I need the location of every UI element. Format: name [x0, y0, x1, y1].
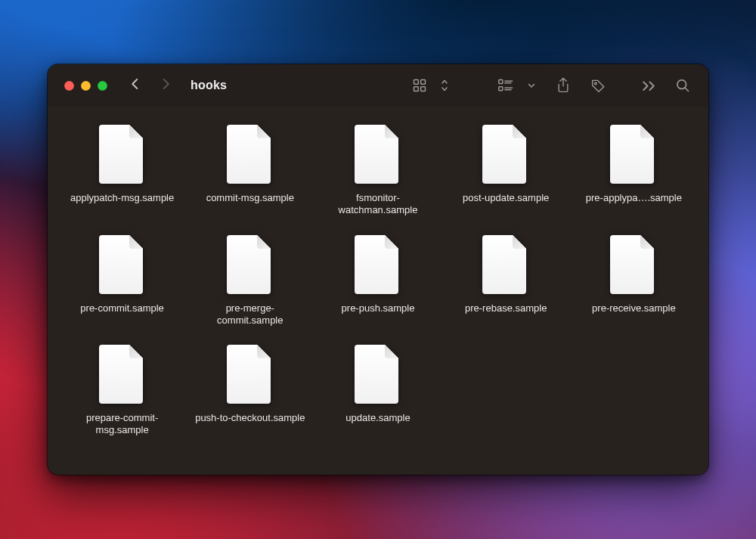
file-label: fsmonitor-watchman.sample — [321, 192, 434, 217]
file-label: post-update.sample — [463, 192, 549, 204]
svg-rect-2 — [414, 87, 419, 91]
file-icon — [609, 234, 658, 296]
file-label: pre-receive.sample — [592, 302, 676, 314]
file-label: push-to-checkout.sample — [195, 412, 305, 424]
window-controls — [64, 81, 107, 91]
up-down-icon — [434, 73, 455, 98]
file-item[interactable]: pre-rebase.sample — [450, 234, 562, 327]
file-item[interactable]: pre-receive.sample — [578, 234, 690, 327]
file-item[interactable]: commit-msg.sample — [194, 123, 306, 217]
icon-grid: applypatch-msg.samplecommit-msg.samplefs… — [66, 123, 690, 437]
file-label: pre-applypa….sample — [586, 192, 682, 204]
svg-rect-0 — [414, 80, 419, 85]
minimize-button[interactable] — [81, 81, 91, 91]
file-icon — [98, 343, 147, 405]
close-button[interactable] — [64, 81, 74, 91]
forward-button[interactable] — [159, 77, 172, 94]
file-icon — [481, 123, 531, 185]
svg-rect-7 — [499, 87, 503, 91]
file-icon — [225, 234, 275, 296]
file-label: update.sample — [345, 412, 410, 424]
file-item[interactable]: fsmonitor-watchman.sample — [321, 123, 434, 217]
group-by-control[interactable] — [491, 73, 542, 98]
file-item[interactable]: post-update.sample — [450, 123, 562, 217]
file-label: pre-push.sample — [342, 302, 415, 314]
more-button[interactable] — [636, 73, 662, 98]
content-area[interactable]: applypatch-msg.samplecommit-msg.samplefs… — [48, 107, 708, 475]
file-item[interactable]: update.sample — [321, 343, 434, 437]
share-button[interactable] — [550, 73, 577, 98]
nav-arrows — [129, 77, 172, 94]
file-icon — [225, 343, 275, 405]
file-label: prepare-commit-msg.sample — [66, 412, 178, 437]
file-label: pre-rebase.sample — [465, 302, 547, 314]
file-item[interactable]: pre-push.sample — [321, 234, 434, 327]
file-icon — [481, 234, 531, 296]
window-title: hooks — [191, 79, 227, 92]
file-icon — [98, 234, 147, 296]
file-item[interactable]: pre-applypa….sample — [578, 123, 690, 217]
file-icon — [609, 123, 658, 185]
grid-view-icon — [406, 73, 433, 98]
svg-line-12 — [685, 88, 689, 91]
svg-rect-4 — [499, 80, 503, 84]
file-label: pre-commit.sample — [80, 302, 164, 314]
finder-window: hooks — [48, 64, 708, 475]
group-icon — [491, 73, 520, 98]
file-icon — [353, 123, 403, 185]
file-item[interactable]: prepare-commit-msg.sample — [66, 343, 178, 437]
file-icon — [225, 123, 275, 185]
back-button[interactable] — [129, 77, 142, 94]
svg-point-10 — [595, 82, 597, 85]
file-item[interactable]: pre-merge-commit.sample — [194, 234, 306, 327]
zoom-button[interactable] — [98, 81, 107, 91]
file-label: commit-msg.sample — [206, 192, 294, 204]
file-icon — [353, 343, 403, 405]
file-icon — [98, 123, 147, 185]
file-icon — [353, 234, 403, 296]
search-button[interactable] — [669, 73, 696, 98]
file-label: pre-merge-commit.sample — [194, 302, 306, 327]
titlebar: hooks — [48, 64, 708, 107]
svg-rect-3 — [421, 87, 426, 91]
view-mode-control[interactable] — [406, 73, 455, 98]
svg-rect-1 — [421, 80, 426, 85]
file-item[interactable]: push-to-checkout.sample — [194, 343, 306, 437]
tags-button[interactable] — [584, 73, 613, 98]
chevron-down-icon — [521, 73, 542, 98]
file-item[interactable]: pre-commit.sample — [66, 234, 178, 327]
file-label: applypatch-msg.sample — [70, 192, 174, 204]
file-item[interactable]: applypatch-msg.sample — [66, 123, 178, 217]
